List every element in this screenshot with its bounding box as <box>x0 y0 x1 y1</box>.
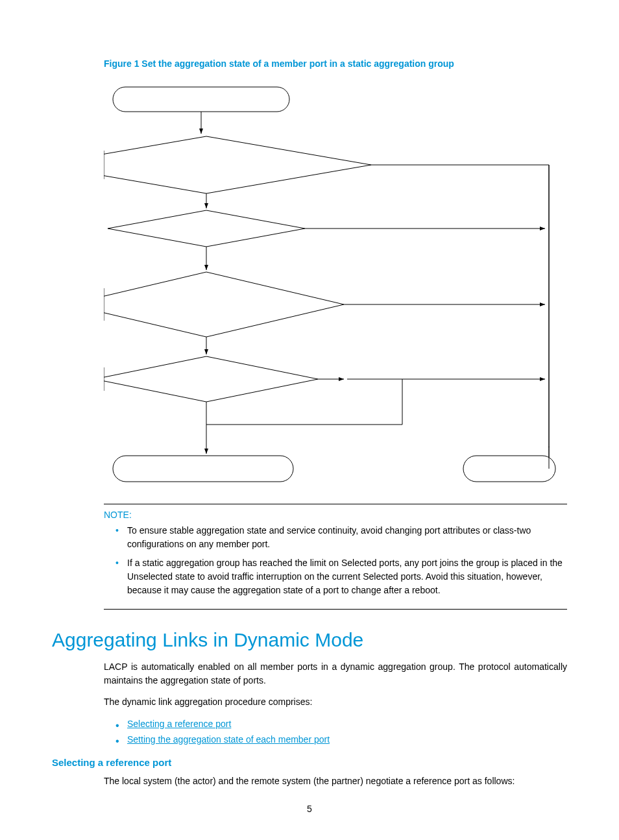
list-item: Setting the aggregation state of each me… <box>115 732 567 748</box>
section-heading: Aggregating Links in Dynamic Mode <box>52 629 567 651</box>
note-block: NOTE: To ensure stable aggregation state… <box>104 504 567 610</box>
link-selecting-reference-port[interactable]: Selecting a reference port <box>127 719 231 729</box>
paragraph: The dynamic link aggregation procedure c… <box>104 695 567 709</box>
note-item: If a static aggregation group has reache… <box>115 556 567 597</box>
paragraph: LACP is automatically enabled on all mem… <box>104 660 567 687</box>
subsection-heading: Selecting a reference port <box>52 757 567 768</box>
figure-caption: Figure 1 Set the aggregation state of a … <box>104 58 567 69</box>
note-list: To ensure stable aggregation state and s… <box>104 524 567 597</box>
page-number: 5 <box>307 804 312 814</box>
svg-rect-13 <box>104 80 558 496</box>
link-setting-aggregation-state[interactable]: Setting the aggregation state of each me… <box>127 734 330 745</box>
paragraph: The local system (the actor) and the rem… <box>104 774 567 788</box>
note-label: NOTE: <box>104 510 567 520</box>
list-item: Selecting a reference port <box>115 717 567 732</box>
flowchart <box>104 80 558 496</box>
link-list: Selecting a reference port Setting the a… <box>104 717 567 748</box>
note-item: To ensure stable aggregation state and s… <box>115 524 567 551</box>
